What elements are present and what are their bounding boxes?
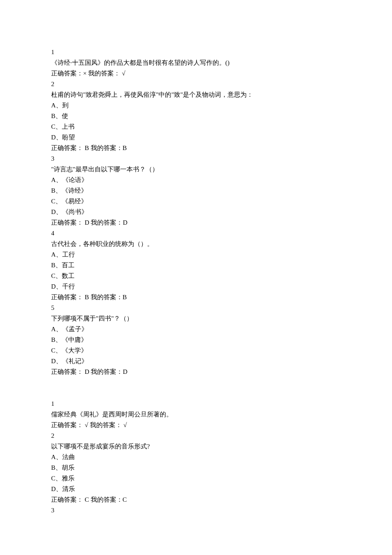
question-text: 以下哪项不是形成宴乐的音乐形式? <box>51 441 341 451</box>
s1-q5: 5 下列哪项不属于"四书"？（） A、《孟子》 B、《中庸》 C、《大学》 D、… <box>51 303 341 377</box>
option-b: B、使 <box>51 111 341 121</box>
answer-line: 正确答案： B 我的答案：B <box>51 143 341 153</box>
option-d: D、清乐 <box>51 484 341 494</box>
option-c: C、《易经》 <box>51 196 341 206</box>
option-b: B、百工 <box>51 260 341 270</box>
quiz-document: 1 《诗经·十五国风》的作品大都是当时很有名望的诗人写作的。() 正确答案：× … <box>51 47 341 515</box>
question-text: 儒家经典《周礼》是西周时周公旦所著的。 <box>51 409 341 419</box>
options: A、法曲 B、胡乐 C、雅乐 D、清乐 <box>51 452 341 494</box>
question-text: 下列哪项不属于"四书"？（） <box>51 313 341 324</box>
s2-q1: 1 儒家经典《周礼》是西周时周公旦所著的。 正确答案： √ 我的答案： √ <box>51 399 341 430</box>
s2-q2: 2 以下哪项不是形成宴乐的音乐形式? A、法曲 B、胡乐 C、雅乐 D、清乐 正… <box>51 431 341 505</box>
option-d: D、盼望 <box>51 132 341 142</box>
question-number: 2 <box>51 79 341 89</box>
question-text: "诗言志"最早出自以下哪一本书？（） <box>51 164 341 174</box>
s1-q4: 4 古代社会，各种职业的统称为（）。 A、工行 B、百工 C、数工 D、千行 正… <box>51 228 341 302</box>
answer-line: 正确答案： D 我的答案：D <box>51 217 341 228</box>
option-d: D、《礼记》 <box>51 356 341 366</box>
option-b: B、胡乐 <box>51 462 341 473</box>
option-c: C、雅乐 <box>51 473 341 483</box>
option-a: A、法曲 <box>51 452 341 462</box>
s1-q1: 1 《诗经·十五国风》的作品大都是当时很有名望的诗人写作的。() 正确答案：× … <box>51 47 341 78</box>
option-b: B、《中庸》 <box>51 335 341 345</box>
options: A、《论语》 B、《诗经》 C、《易经》 D、《尚书》 <box>51 175 341 217</box>
answer-line: 正确答案： √ 我的答案： √ <box>51 420 341 430</box>
option-a: A、《论语》 <box>51 175 341 185</box>
s1-q2: 2 杜甫的诗句"致君尧舜上，再使风俗淳"中的"致"是个及物动词，意思为： A、到… <box>51 79 341 153</box>
section-divider <box>51 377 341 399</box>
question-text: 古代社会，各种职业的统称为（）。 <box>51 239 341 249</box>
question-number: 3 <box>51 505 341 515</box>
options: A、《孟子》 B、《中庸》 C、《大学》 D、《礼记》 <box>51 324 341 366</box>
option-c: C、上书 <box>51 121 341 132</box>
answer-line: 正确答案：× 我的答案： √ <box>51 68 341 78</box>
option-d: D、千行 <box>51 281 341 292</box>
option-a: A、工行 <box>51 249 341 260</box>
s1-q3: 3 "诗言志"最早出自以下哪一本书？（） A、《论语》 B、《诗经》 C、《易经… <box>51 153 341 228</box>
option-a: A、《孟子》 <box>51 324 341 334</box>
question-text: 杜甫的诗句"致君尧舜上，再使风俗淳"中的"致"是个及物动词，意思为： <box>51 90 341 100</box>
answer-line: 正确答案： D 我的答案：D <box>51 367 341 377</box>
question-text: 《诗经·十五国风》的作品大都是当时很有名望的诗人写作的。() <box>51 58 341 68</box>
question-number: 2 <box>51 431 341 441</box>
option-d: D、《尚书》 <box>51 207 341 217</box>
option-b: B、《诗经》 <box>51 185 341 196</box>
question-number: 5 <box>51 303 341 313</box>
question-number: 1 <box>51 47 341 57</box>
answer-line: 正确答案： C 我的答案：C <box>51 494 341 505</box>
s2-q3: 3 <box>51 505 341 515</box>
answer-line: 正确答案： B 我的答案：B <box>51 292 341 302</box>
options: A、工行 B、百工 C、数工 D、千行 <box>51 249 341 292</box>
question-number: 3 <box>51 153 341 164</box>
question-number: 4 <box>51 228 341 238</box>
option-c: C、数工 <box>51 271 341 281</box>
options: A、到 B、使 C、上书 D、盼望 <box>51 100 341 142</box>
option-a: A、到 <box>51 100 341 110</box>
question-number: 1 <box>51 399 341 409</box>
option-c: C、《大学》 <box>51 345 341 356</box>
